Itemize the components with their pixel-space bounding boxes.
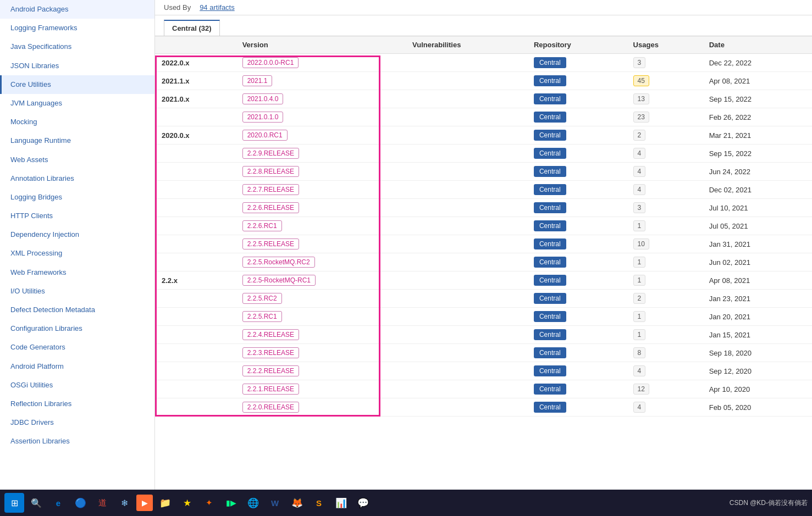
repo-badge[interactable]: Central — [534, 257, 566, 268]
repo-badge[interactable]: Central — [534, 57, 566, 68]
version-badge[interactable]: 2.2.5.RELEASE — [242, 238, 299, 249]
usages-badge[interactable]: 4 — [633, 184, 646, 195]
files-icon[interactable]: 📁 — [155, 493, 175, 513]
usages-badge[interactable]: 2 — [633, 293, 646, 304]
sidebar-item-json-libraries[interactable]: JSON Libraries — [0, 57, 154, 75]
usages-badge[interactable]: 2 — [633, 130, 646, 141]
repo-badge[interactable]: Central — [534, 384, 566, 395]
usages-badge[interactable]: 4 — [633, 148, 646, 159]
app-star[interactable]: ✦ — [199, 493, 219, 513]
sidebar-item-java-specifications[interactable]: Java Specifications — [0, 37, 154, 56]
version-badge[interactable]: 2.2.0.RELEASE — [242, 402, 299, 413]
sidebar-item-http-clients[interactable]: HTTP Clients — [0, 207, 154, 225]
version-badge[interactable]: 2.2.5.RocketMQ.RC2 — [242, 257, 315, 268]
repo-badge[interactable]: Central — [534, 184, 566, 195]
usages-badge[interactable]: 45 — [633, 75, 649, 86]
repo-badge[interactable]: Central — [534, 202, 566, 213]
chart-icon[interactable]: 📊 — [331, 493, 351, 513]
repo-badge[interactable]: Central — [534, 130, 566, 141]
repo-badge[interactable]: Central — [534, 93, 566, 104]
sidebar-item-configuration-libraries[interactable]: Configuration Libraries — [0, 319, 154, 338]
version-badge[interactable]: 2.2.3.RELEASE — [242, 347, 299, 358]
wechat-icon[interactable]: 💬 — [353, 493, 373, 513]
sidebar-item-web-assets[interactable]: Web Assets — [0, 151, 154, 169]
app-s[interactable]: S — [309, 493, 329, 513]
tab-central-(32)[interactable]: Central (32) — [164, 20, 220, 36]
sidebar-item-defect-detection-metadata[interactable]: Defect Detection Metadata — [0, 301, 154, 319]
usages-badge[interactable]: 1 — [633, 329, 646, 340]
sidebar-item-annotation-libraries[interactable]: Annotation Libraries — [0, 169, 154, 188]
repo-badge[interactable]: Central — [534, 166, 566, 177]
version-badge[interactable]: 2.2.9.RELEASE — [242, 148, 299, 159]
sidebar-item-language-runtime[interactable]: Language Runtime — [0, 131, 154, 150]
usages-badge[interactable]: 3 — [633, 57, 646, 68]
repo-badge[interactable]: Central — [534, 329, 566, 340]
usages-badge[interactable]: 13 — [633, 93, 649, 104]
version-badge[interactable]: 2.2.6.RC1 — [242, 220, 282, 231]
version-badge[interactable]: 2021.1 — [242, 75, 273, 86]
sticky-icon[interactable]: ★ — [177, 493, 197, 513]
sidebar-item-android-platform[interactable]: Android Platform — [0, 357, 154, 376]
repo-badge[interactable]: Central — [534, 238, 566, 249]
chrome-icon[interactable]: 🔵 — [70, 493, 90, 513]
sidebar-item-xml-processing[interactable]: XML Processing — [0, 244, 154, 263]
usages-badge[interactable]: 4 — [633, 166, 646, 177]
browser-icon[interactable]: 🌐 — [243, 493, 263, 513]
usages-badge[interactable]: 1 — [633, 275, 646, 286]
usages-badge[interactable]: 3 — [633, 202, 646, 213]
version-badge[interactable]: 2.2.6.RELEASE — [242, 202, 299, 213]
sidebar-item-assertion-libraries[interactable]: Assertion Libraries — [0, 432, 154, 451]
app-dao[interactable]: 道 — [92, 493, 112, 513]
version-badge[interactable]: 2.2.8.RELEASE — [242, 166, 299, 177]
repo-badge[interactable]: Central — [534, 75, 566, 86]
app-snowflake[interactable]: ❄ — [114, 493, 134, 513]
repo-badge[interactable]: Central — [534, 275, 566, 286]
repo-badge[interactable]: Central — [534, 365, 566, 376]
version-badge[interactable]: 2021.0.4.0 — [242, 93, 284, 104]
start-button[interactable]: ⊞ — [4, 493, 24, 513]
repo-badge[interactable]: Central — [534, 112, 566, 123]
version-badge[interactable]: 2.2.1.RELEASE — [242, 384, 299, 395]
version-badge[interactable]: 2020.0.RC1 — [242, 130, 288, 141]
version-badge[interactable]: 2.2.7.RELEASE — [242, 184, 299, 195]
sidebar-item-jdbc-drivers[interactable]: JDBC Drivers — [0, 413, 154, 432]
version-badge[interactable]: 2022.0.0.0-RC1 — [242, 57, 299, 68]
repo-badge[interactable]: Central — [534, 402, 566, 413]
usages-badge[interactable]: 1 — [633, 257, 646, 268]
sidebar-item-osgi-utilities[interactable]: OSGi Utilities — [0, 376, 154, 395]
sidebar-item-logging-bridges[interactable]: Logging Bridges — [0, 188, 154, 207]
used-by-count[interactable]: 94 artifacts — [200, 3, 235, 12]
terminal-icon[interactable]: ▮▶ — [221, 493, 241, 513]
repo-badge[interactable]: Central — [534, 220, 566, 231]
version-badge[interactable]: 2021.0.1.0 — [242, 112, 284, 123]
sidebar-item-mocking[interactable]: Mocking — [0, 113, 154, 131]
edge-icon[interactable]: e — [48, 493, 68, 513]
repo-badge[interactable]: Central — [534, 347, 566, 358]
usages-badge[interactable]: 23 — [633, 112, 649, 123]
word-icon[interactable]: W — [265, 493, 285, 513]
sidebar-item-code-generators[interactable]: Code Generators — [0, 338, 154, 357]
version-badge[interactable]: 2.2.5.RC2 — [242, 293, 282, 304]
usages-badge[interactable]: 1 — [633, 311, 646, 322]
sidebar-item-core-utilities[interactable]: Core Utilities — [0, 75, 154, 94]
version-badge[interactable]: 2.2.2.RELEASE — [242, 365, 299, 376]
jetbrains-icon[interactable]: ▶ — [136, 495, 153, 511]
sidebar-item-reflection-libraries[interactable]: Reflection Libraries — [0, 395, 154, 413]
sidebar-item-i/o-utilities[interactable]: I/O Utilities — [0, 282, 154, 301]
version-badge[interactable]: 2.2.5-RocketMQ-RC1 — [242, 275, 316, 286]
repo-badge[interactable]: Central — [534, 148, 566, 159]
usages-badge[interactable]: 1 — [633, 220, 646, 231]
search-taskbar[interactable]: 🔍 — [26, 493, 46, 513]
usages-badge[interactable]: 10 — [633, 238, 649, 249]
usages-badge[interactable]: 4 — [633, 402, 646, 413]
usages-badge[interactable]: 8 — [633, 347, 646, 358]
sidebar-item-jvm-languages[interactable]: JVM Languages — [0, 94, 154, 113]
sidebar-item-dependency-injection[interactable]: Dependency Injection — [0, 225, 154, 244]
usages-badge[interactable]: 12 — [633, 384, 649, 395]
usages-badge[interactable]: 4 — [633, 365, 646, 376]
firefox-icon[interactable]: 🦊 — [287, 493, 307, 513]
repo-badge[interactable]: Central — [534, 311, 566, 322]
repo-badge[interactable]: Central — [534, 293, 566, 304]
sidebar-item-android-packages[interactable]: Android Packages — [0, 0, 154, 19]
sidebar-item-web-frameworks[interactable]: Web Frameworks — [0, 263, 154, 282]
